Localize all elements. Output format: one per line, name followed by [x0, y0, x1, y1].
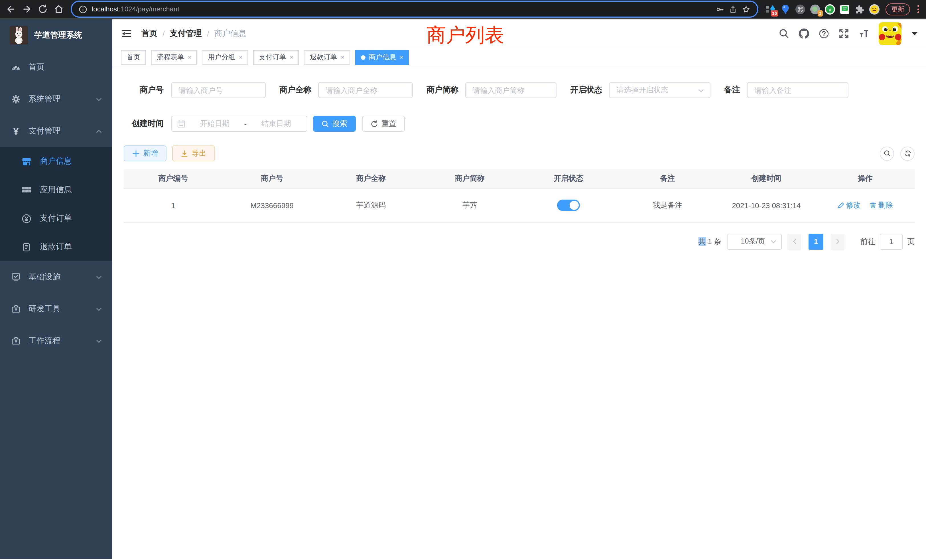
- payment-submenu: 商户信息 应用信息 支付订单 退款订单: [0, 147, 112, 261]
- create-time-range-picker[interactable]: 开始日期 - 结束日期: [171, 116, 307, 132]
- tab-process-form[interactable]: 流程表单×: [151, 50, 197, 65]
- password-key-icon[interactable]: [716, 5, 724, 14]
- ext-screenshot-icon[interactable]: 1: [809, 4, 820, 15]
- avatar[interactable]: [879, 22, 902, 45]
- short-name-input[interactable]: [465, 82, 557, 98]
- chevron-down-icon: [698, 87, 704, 93]
- home-icon[interactable]: [54, 4, 64, 14]
- close-icon[interactable]: ×: [290, 54, 294, 61]
- url-text[interactable]: localhost:1024/pay/merchant: [92, 5, 711, 13]
- magnifier-icon: [322, 120, 329, 127]
- sidebar-subitem-pay-order[interactable]: 支付订单: [0, 204, 112, 233]
- sidebar-item-system[interactable]: 系统管理: [0, 83, 112, 115]
- refresh-table-button[interactable]: [900, 146, 915, 160]
- search-button[interactable]: 搜索: [313, 116, 356, 132]
- close-icon[interactable]: ×: [341, 54, 344, 61]
- sidebar-item-workflow[interactable]: 工作流程: [0, 325, 112, 357]
- chevron-down-icon: [96, 274, 102, 280]
- ext-chat-icon[interactable]: [839, 4, 850, 15]
- tab-pay-order[interactable]: 支付订单×: [253, 50, 299, 65]
- chevron-down-icon: [96, 338, 102, 344]
- url-bar[interactable]: localhost:1024/pay/merchant: [72, 2, 757, 17]
- filter-label: 商户简称: [427, 85, 458, 95]
- ext-yudao-icon[interactable]: y: [825, 4, 835, 15]
- sidebar-item-home[interactable]: 首页: [0, 51, 112, 83]
- share-icon[interactable]: [729, 5, 737, 14]
- sidebar-logo[interactable]: 芋道管理系统: [0, 20, 112, 51]
- prev-page-button[interactable]: [787, 233, 801, 250]
- reset-button[interactable]: 重置: [362, 116, 405, 132]
- next-page-button[interactable]: [831, 233, 844, 250]
- remark-input[interactable]: [747, 82, 849, 98]
- browser-menu-icon[interactable]: [917, 5, 919, 13]
- sidebar-item-devtools[interactable]: 研发工具: [0, 293, 112, 325]
- app-title: 芋道管理系统: [34, 30, 82, 41]
- sidebar-item-payment[interactable]: ¥ 支付管理: [0, 115, 112, 147]
- status-toggle[interactable]: [557, 200, 580, 211]
- info-icon[interactable]: [79, 5, 87, 14]
- browser-update-button[interactable]: 更新: [885, 3, 910, 15]
- sidebar-subitem-merchant-info[interactable]: 商户信息: [0, 147, 112, 176]
- page-unit-label: 页: [907, 236, 915, 247]
- current-page-button[interactable]: 1: [808, 233, 823, 250]
- sidebar: 芋道管理系统 首页 系统管理 ¥ 支付管理 商户信息: [0, 20, 112, 559]
- sidebar-subitem-app-info[interactable]: 应用信息: [0, 176, 112, 204]
- close-icon[interactable]: ×: [400, 54, 403, 61]
- delete-link[interactable]: 删除: [870, 200, 893, 210]
- ext-emoji-avatar-icon[interactable]: [869, 4, 880, 15]
- filter-label: 创建时间: [124, 119, 163, 129]
- tab-home[interactable]: 首页: [121, 50, 146, 65]
- breadcrumb-payment[interactable]: 支付管理: [170, 29, 202, 39]
- bookmark-star-icon[interactable]: [742, 5, 750, 14]
- sidebar-item-label: 应用信息: [40, 185, 72, 195]
- forward-icon[interactable]: [22, 4, 32, 14]
- sidebar-subitem-refund-order[interactable]: 退款订单: [0, 233, 112, 261]
- tab-merchant-info[interactable]: 商户信息×: [355, 50, 409, 65]
- sidebar-item-label: 支付管理: [29, 126, 88, 136]
- back-icon[interactable]: [6, 4, 16, 14]
- table-toolbar: 新增 导出: [124, 145, 915, 161]
- svg-text:⌘: ⌘: [797, 6, 803, 13]
- breadcrumb: 首页 / 支付管理 / 商户信息: [141, 29, 246, 39]
- export-button[interactable]: 导出: [172, 145, 215, 161]
- toggle-search-button[interactable]: [880, 146, 894, 160]
- ext-pin-icon[interactable]: [780, 4, 791, 15]
- merchant-table: 商户编号 商户号 商户全称 商户简称 开启状态 备注 创建时间 操作 1: [124, 170, 915, 223]
- breadcrumb-home[interactable]: 首页: [141, 29, 157, 39]
- add-button[interactable]: 新增: [124, 145, 166, 161]
- url-path: :1024/pay/merchant: [119, 5, 179, 13]
- page-size-select[interactable]: 10条/页: [727, 233, 782, 250]
- refresh-icon: [371, 120, 378, 127]
- help-icon[interactable]: [819, 29, 829, 39]
- merchant-no-input[interactable]: [171, 82, 266, 98]
- collapse-sidebar-icon[interactable]: [121, 28, 132, 39]
- svg-text:y: y: [829, 6, 831, 12]
- cell-status: [519, 188, 618, 222]
- browser-chrome: localhost:1024/pay/merchant 10 ⌘ 1 y: [0, 0, 926, 20]
- github-icon[interactable]: [799, 29, 809, 39]
- close-icon[interactable]: ×: [188, 54, 191, 61]
- fullscreen-icon[interactable]: [839, 29, 849, 39]
- close-icon[interactable]: ×: [239, 54, 242, 61]
- tab-user-group[interactable]: 用户分组×: [202, 50, 248, 65]
- font-size-icon[interactable]: [859, 29, 869, 39]
- search-icon[interactable]: [779, 29, 789, 39]
- ext-command-icon[interactable]: ⌘: [795, 4, 806, 15]
- ext-diamond-icon[interactable]: 10: [765, 4, 776, 15]
- edit-link[interactable]: 修改: [837, 200, 861, 210]
- cell-merchant-no: M233666999: [222, 188, 322, 222]
- toolbox-icon: [11, 304, 21, 314]
- sidebar-item-label: 退款订单: [40, 242, 72, 252]
- sidebar-item-infrastructure[interactable]: 基础设施: [0, 261, 112, 293]
- tab-refund-order[interactable]: 退款订单×: [304, 50, 350, 65]
- reload-icon[interactable]: [38, 4, 48, 14]
- app-window: 芋道管理系统 首页 系统管理 ¥ 支付管理 商户信息: [0, 20, 926, 559]
- ext-puzzle-icon[interactable]: [854, 4, 865, 15]
- status-select[interactable]: 请选择开启状态: [609, 82, 710, 98]
- avatar-caret-icon[interactable]: [911, 31, 918, 36]
- navbar-actions: [779, 22, 918, 45]
- full-name-input[interactable]: [318, 82, 413, 98]
- goto-page-input[interactable]: [880, 233, 903, 250]
- magnifier-icon: [884, 150, 890, 157]
- col-merchant-id: 商户编号: [124, 170, 222, 188]
